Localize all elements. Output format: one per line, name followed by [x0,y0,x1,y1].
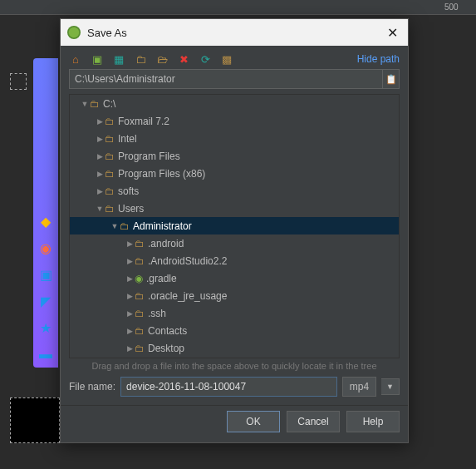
calendar-icon[interactable]: ▦ [112,52,125,66]
path-bar: 📋 [69,69,400,89]
tree-arrow-icon[interactable]: ▼ [95,205,105,213]
delete-icon[interactable]: ✖ [177,52,190,66]
save-as-dialog: Save As ✕ ⌂ ▣ ▦ 🗀 🗁 ✖ ⟳ ▩ Hide path 📋 ▼🗀… [60,18,409,443]
tree-label: .gradle [146,273,177,284]
tree-row[interactable]: ▶🗀.android [70,234,399,252]
extension-select[interactable]: mp4 [342,377,376,397]
tree-label: C:\ [103,98,115,110]
tree-label: Users [118,203,144,215]
tree-arrow-icon[interactable]: ▶ [125,239,135,248]
hide-path-link[interactable]: Hide path [357,53,400,65]
tree-row[interactable]: ▼🗀Administrator [70,217,399,234]
tree-arrow-icon[interactable]: ▶ [125,309,135,318]
tree-row[interactable]: ▶🗀.oracle_jre_usage [70,287,399,304]
tree-arrow-icon[interactable]: ▶ [95,135,105,143]
tool-clock-icon[interactable]: ◉ [33,234,58,261]
toolbar: ⌂ ▣ ▦ 🗀 🗁 ✖ ⟳ ▩ Hide path [61,46,408,69]
ruler-label: 500 [444,2,459,12]
tree-row[interactable]: ▶🗀.AndroidStudio2.2 [70,252,399,269]
tool-star-icon[interactable]: ★ [33,314,58,341]
folder-icon: 🗀 [135,325,145,337]
tree-row[interactable]: ▶🗀Contacts [70,322,399,339]
show-hidden-icon[interactable]: ▩ [220,52,233,66]
folder-icon: 🗀 [105,133,115,145]
tree-row[interactable]: ▶🗀Intel [70,130,399,147]
chevron-down-icon[interactable]: ▼ [381,378,400,395]
tree-label: .ssh [148,308,166,319]
filename-input[interactable] [120,377,337,397]
folder-icon: 🗀 [135,238,145,249]
folder-tree[interactable]: ▼🗀C:\▶🗀Foxmail 7.2▶🗀Intel▶🗀Program Files… [69,94,400,358]
folder-icon: 🗀 [105,168,115,180]
tree-label: .android [148,238,184,249]
folder-icon[interactable]: 🗀 [134,52,147,66]
ok-button[interactable]: OK [227,411,280,432]
tree-label: Intel [118,133,137,145]
tree-row[interactable]: ▶🗀Program Files [70,147,399,165]
tree-arrow-icon[interactable]: ▶ [125,257,135,265]
filename-label: File name: [69,381,115,392]
folder-icon: 🗀 [135,290,145,302]
app-icon [67,26,81,39]
tree-label: Foxmail 7.2 [118,116,169,127]
selection-marquee-bottom [10,397,60,443]
tree-arrow-icon[interactable]: ▶ [125,292,135,300]
tree-arrow-icon[interactable]: ▶ [95,187,105,195]
tree-arrow-icon[interactable]: ▶ [95,152,105,160]
app-icon[interactable]: ▣ [91,52,104,66]
tree-arrow-icon[interactable]: ▶ [125,274,135,283]
folder-icon: 🗀 [105,151,115,162]
tree-label: Desktop [148,343,184,354]
button-row: OK Cancel Help [61,405,408,442]
tree-label: Program Files [118,151,180,162]
tree-label: .AndroidStudio2.2 [148,255,227,267]
tree-label: Administrator [133,220,192,232]
folder-icon: 🗀 [90,98,100,110]
folder-icon: 🗀 [120,220,130,232]
refresh-icon[interactable]: ⟳ [199,52,212,66]
folder-icon: 🗀 [135,343,145,354]
tree-row[interactable]: ▶🗀.ssh [70,304,399,322]
tool-diamond-icon[interactable]: ◆ [33,208,58,234]
folder-icon: 🗀 [105,185,115,197]
tree-arrow-icon[interactable]: ▶ [125,327,135,335]
titlebar: Save As ✕ [61,19,408,46]
tree-row[interactable]: ▶🗀softs [70,182,399,200]
path-input[interactable] [69,69,383,89]
home-icon[interactable]: ⌂ [69,52,82,66]
gradle-icon: ◉ [135,273,143,284]
tree-row[interactable]: ▶◉.gradle [70,269,399,287]
tree-arrow-icon[interactable]: ▶ [95,170,105,178]
tree-row[interactable]: ▼🗀Users [70,200,399,217]
tree-arrow-icon[interactable]: ▼ [110,222,120,230]
selection-marquee [10,73,27,90]
folder-icon: 🗀 [135,308,145,319]
help-button[interactable]: Help [346,411,400,432]
tree-label: Contacts [148,325,187,337]
dnd-hint: Drag and drop a file into the space abov… [61,358,408,373]
folder-icon: 🗀 [105,203,115,215]
folder-icon: 🗀 [135,255,145,267]
tool-car-icon[interactable]: ▣ [33,261,58,288]
tree-arrow-icon[interactable]: ▼ [80,100,90,108]
left-toolbar: ◆ ◉ ▣ ◤ ★ ▬ [33,58,58,368]
filename-row: File name: mp4 ▼ [69,377,400,397]
tree-row[interactable]: ▶🗀Desktop [70,339,399,357]
tree-label: Program Files (x86) [118,168,205,180]
tree-arrow-icon[interactable]: ▶ [125,344,135,353]
ruler: 500 [0,0,476,15]
tool-tag-icon[interactable]: ◤ [33,288,58,314]
dialog-title: Save As [87,27,384,39]
folder-icon: 🗀 [105,116,115,127]
tree-row[interactable]: ▶🗀Foxmail 7.2 [70,112,399,130]
pin-icon[interactable]: 📋 [383,69,400,89]
tree-row[interactable]: ▶🗀Program Files (x86) [70,165,399,182]
new-folder-icon[interactable]: 🗁 [155,52,169,66]
tool-chat-icon[interactable]: ▬ [33,341,58,368]
cancel-button[interactable]: Cancel [287,411,340,432]
tree-label: .oracle_jre_usage [148,290,227,302]
tree-row[interactable]: ▼🗀C:\ [70,95,399,112]
tree-arrow-icon[interactable]: ▶ [95,117,105,126]
tree-label: softs [118,185,139,197]
close-icon[interactable]: ✕ [384,25,401,41]
